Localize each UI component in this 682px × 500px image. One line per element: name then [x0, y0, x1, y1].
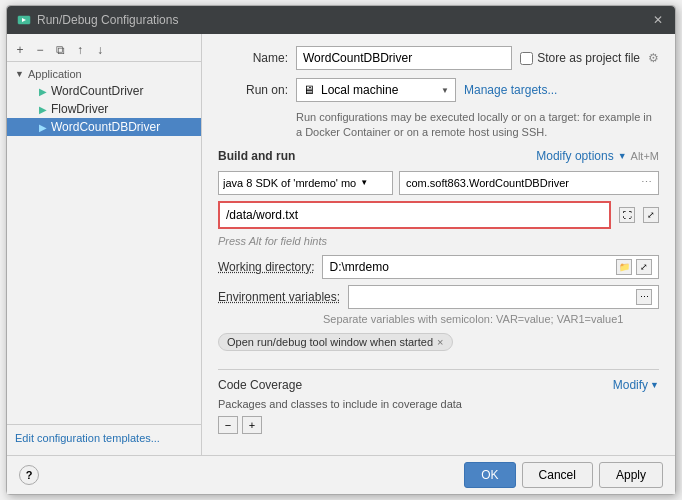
apply-button[interactable]: Apply	[599, 462, 663, 488]
config-icon: ▶	[39, 86, 47, 97]
expand-arrow-icon: ▼	[15, 69, 24, 79]
expand-icon[interactable]: ⛶	[619, 207, 635, 223]
sidebar-toolbar: + − ⧉ ↑ ↓	[7, 38, 201, 62]
coverage-remove-button[interactable]: −	[218, 416, 238, 434]
sidebar-item-label: WordCountDBDriver	[51, 120, 160, 134]
sdk-value: java 8 SDK of 'mrdemo' mo	[223, 177, 356, 189]
coverage-add-button[interactable]: +	[242, 416, 262, 434]
store-as-project-label: Store as project file	[520, 51, 640, 65]
name-input[interactable]	[296, 46, 512, 70]
press-alt-hint: Press Alt for field hints	[218, 235, 659, 247]
sidebar: + − ⧉ ↑ ↓ ▼ Application ▶ WordCountDrive…	[7, 34, 202, 455]
working-dir-value: D:\mrdemo	[329, 260, 388, 274]
local-machine-icon: 🖥	[303, 83, 315, 97]
sdk-select[interactable]: java 8 SDK of 'mrdemo' mo ▼	[218, 171, 393, 195]
cancel-button[interactable]: Cancel	[522, 462, 593, 488]
store-as-project-checkbox[interactable]	[520, 52, 533, 65]
coverage-section: Code Coverage Modify ▼ Packages and clas…	[218, 378, 659, 434]
move-down-button[interactable]: ↓	[91, 41, 109, 59]
sidebar-item-label: FlowDriver	[51, 102, 108, 116]
sidebar-tree: ▼ Application ▶ WordCountDriver ▶ FlowDr…	[7, 62, 201, 424]
main-content: Name: Store as project file ⚙ Run on: 🖥 …	[202, 34, 675, 455]
info-text: Run configurations may be executed local…	[296, 110, 659, 141]
coverage-actions: − +	[218, 416, 659, 434]
footer-right: OK Cancel Apply	[464, 462, 663, 488]
modify-options-arrow: ▼	[618, 151, 627, 161]
sidebar-item-wordcountdbdriver[interactable]: ▶ WordCountDBDriver	[7, 118, 201, 136]
coverage-header: Code Coverage Modify ▼	[218, 378, 659, 392]
coverage-modify-link[interactable]: Modify	[613, 378, 648, 392]
chevron-down-icon: ▼	[441, 86, 449, 95]
close-button[interactable]: ✕	[651, 13, 665, 27]
class-input[interactable]: com.soft863.WordCountDBDriver ⋯	[399, 171, 659, 195]
env-vars-hint: Separate variables with semicolon: VAR=v…	[323, 313, 659, 325]
class-browse-icon[interactable]: ⋯	[641, 176, 652, 189]
sdk-chevron-icon: ▼	[360, 178, 368, 187]
sidebar-item-label: WordCountDriver	[51, 84, 143, 98]
run-on-row: Run on: 🖥 Local machine ▼ Manage targets…	[218, 78, 659, 102]
tool-window-tag-container: Open run/debug tool window when started …	[218, 333, 659, 361]
browse-dir-icon[interactable]: 📁	[616, 259, 632, 275]
config-icon: ▶	[39, 122, 47, 133]
section-divider	[218, 369, 659, 370]
modify-options-link[interactable]: Modify options	[536, 149, 613, 163]
sidebar-item-wordcountdriver[interactable]: ▶ WordCountDriver	[7, 82, 201, 100]
working-dir-row: Working directory: D:\mrdemo 📁 ⤢	[218, 255, 659, 279]
env-vars-row: Environment variables: ⋯	[218, 285, 659, 309]
working-dir-input[interactable]: D:\mrdemo 📁 ⤢	[322, 255, 659, 279]
dialog-title: Run/Debug Configurations	[37, 13, 178, 27]
program-args-input[interactable]	[218, 201, 611, 229]
title-bar: Run/Debug Configurations ✕	[7, 6, 675, 34]
tool-window-tag-label: Open run/debug tool window when started	[227, 336, 433, 348]
env-vars-label: Environment variables:	[218, 290, 340, 304]
working-dir-label: Working directory:	[218, 260, 314, 274]
dialog-icon	[17, 13, 31, 27]
name-label: Name:	[218, 51, 288, 65]
copy-config-button[interactable]: ⧉	[51, 41, 69, 59]
coverage-title: Code Coverage	[218, 378, 302, 392]
coverage-modify-container: Modify ▼	[613, 378, 659, 392]
move-up-button[interactable]: ↑	[71, 41, 89, 59]
manage-targets-link[interactable]: Manage targets...	[464, 83, 557, 97]
expand-dir-icon[interactable]: ⤢	[636, 259, 652, 275]
working-dir-actions: 📁 ⤢	[614, 259, 652, 275]
env-vars-input[interactable]: ⋯	[348, 285, 659, 309]
fullscreen-icon[interactable]: ⤢	[643, 207, 659, 223]
title-bar-left: Run/Debug Configurations	[17, 13, 178, 27]
sidebar-bottom: Edit configuration templates...	[7, 424, 201, 451]
add-config-button[interactable]: +	[11, 41, 29, 59]
class-value: com.soft863.WordCountDBDriver	[406, 177, 569, 189]
run-on-value: Local machine	[321, 83, 398, 97]
tree-group-application: ▼ Application	[7, 66, 201, 82]
run-on-select[interactable]: 🖥 Local machine ▼	[296, 78, 456, 102]
config-icon: ▶	[39, 104, 47, 115]
remove-config-button[interactable]: −	[31, 41, 49, 59]
coverage-modify-arrow: ▼	[650, 380, 659, 390]
dialog-footer: ? OK Cancel Apply	[7, 455, 675, 494]
ok-button[interactable]: OK	[464, 462, 515, 488]
sdk-class-row: java 8 SDK of 'mrdemo' mo ▼ com.soft863.…	[218, 171, 659, 195]
edit-templates-link[interactable]: Edit configuration templates...	[15, 432, 160, 444]
build-run-title: Build and run	[218, 149, 295, 163]
footer-left: ?	[19, 465, 39, 485]
help-button[interactable]: ?	[19, 465, 39, 485]
modify-options-shortcut: Alt+M	[631, 150, 659, 162]
coverage-subtitle: Packages and classes to include in cover…	[218, 398, 659, 410]
modify-options-container: Modify options ▼ Alt+M	[536, 149, 659, 163]
title-bar-controls: ✕	[651, 13, 665, 27]
tag-close-button[interactable]: ×	[437, 336, 443, 348]
run-debug-dialog: Run/Debug Configurations ✕ + − ⧉ ↑ ↓ ▼ A…	[6, 5, 676, 495]
tool-window-tag: Open run/debug tool window when started …	[218, 333, 453, 351]
env-vars-browse-icon[interactable]: ⋯	[636, 289, 652, 305]
program-args-row: ⛶ ⤢	[218, 201, 659, 229]
build-run-header: Build and run Modify options ▼ Alt+M	[218, 149, 659, 163]
name-row: Name: Store as project file ⚙	[218, 46, 659, 70]
run-on-label: Run on:	[218, 83, 288, 97]
gear-icon[interactable]: ⚙	[648, 51, 659, 65]
dialog-body: + − ⧉ ↑ ↓ ▼ Application ▶ WordCountDrive…	[7, 34, 675, 455]
store-as-project-text: Store as project file	[537, 51, 640, 65]
sidebar-item-flowdriver[interactable]: ▶ FlowDriver	[7, 100, 201, 118]
application-group-label: Application	[28, 68, 82, 80]
